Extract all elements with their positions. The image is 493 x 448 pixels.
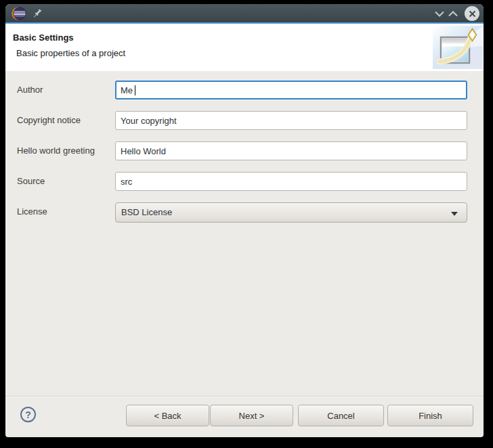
text-caret [135,85,135,95]
next-button[interactable]: Next > [210,405,293,426]
page-title: Basic Settings [13,32,74,43]
wizard-dialog-window: Basic Settings Basic properties of a pro… [5,4,484,437]
back-button[interactable]: < Back [126,405,209,426]
copyright-input[interactable] [115,111,467,130]
chevron-up-icon [448,11,458,17]
question-mark-icon: ? [25,409,31,420]
copyright-label: Copyright notice [17,111,81,130]
greeting-label: Hello world greeting [17,141,95,160]
close-button[interactable] [465,6,479,21]
author-label: Author [17,81,43,99]
new-wizard-banner-icon [433,26,483,69]
source-field-wrap [115,172,467,191]
license-field-wrap: BSD License [115,202,467,223]
license-label: License [17,202,47,221]
form-area: Author Copyright notice Hello world gree… [5,72,484,396]
license-selected-value: BSD License [121,207,172,217]
copyright-field-wrap [115,111,467,130]
license-dropdown[interactable]: BSD License [115,202,467,223]
chevron-down-icon [435,11,444,17]
cancel-button[interactable]: Cancel [298,405,384,426]
wizard-header: Basic Settings Basic properties of a pro… [5,24,484,71]
page-description: Basic properties of a project [16,48,125,58]
greeting-field-wrap [115,141,467,160]
source-label: Source [17,172,45,191]
minimize-button[interactable] [432,6,447,21]
pin-icon[interactable] [31,7,43,20]
author-input[interactable] [115,81,467,99]
form-row-greeting: Hello world greeting [17,141,467,162]
source-input[interactable] [115,172,467,191]
finish-button[interactable]: Finish [387,405,473,426]
greeting-input[interactable] [115,141,467,160]
button-bar: ? < Back Next > Cancel Finish [5,397,484,437]
form-row-source: Source [17,172,467,192]
maximize-button[interactable] [446,6,460,21]
titlebar[interactable] [5,4,484,24]
author-field-wrap [115,81,467,99]
help-button[interactable]: ? [20,407,36,422]
form-row-license: License BSD License [17,202,467,223]
close-x-icon [469,10,476,18]
dropdown-arrow-icon [451,212,458,216]
form-row-author: Author [17,81,467,101]
form-row-copyright: Copyright notice [17,111,467,131]
eclipse-app-icon [12,6,26,21]
